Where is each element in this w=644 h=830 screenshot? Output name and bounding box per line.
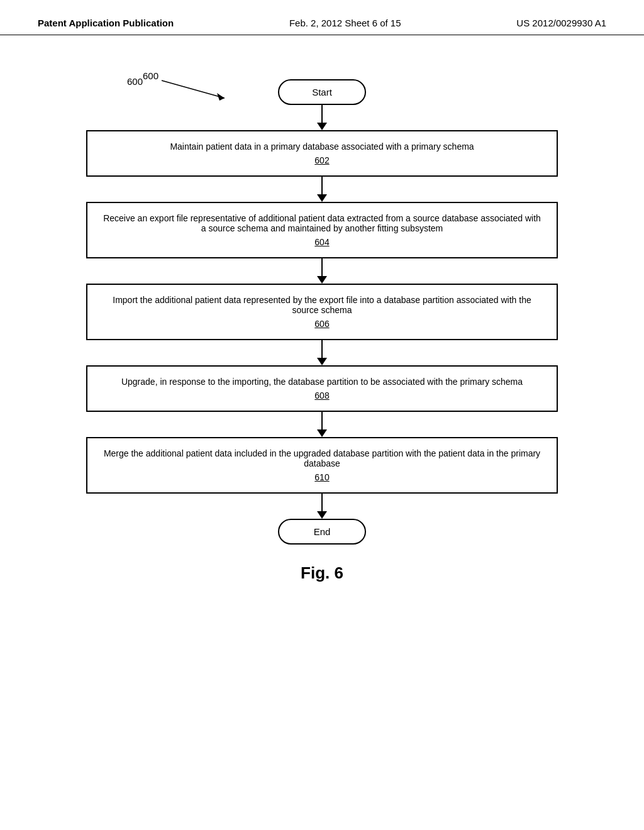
step-610-text: Merge the additional patient data includ… [103, 448, 541, 468]
publication-label: Patent Application Publication [38, 18, 174, 28]
figure-caption: Fig. 6 [301, 563, 343, 583]
step-602-number: 602 [314, 155, 329, 165]
step-604-text: Receive an export file representative of… [103, 213, 541, 233]
step-604-box: Receive an export file representative of… [86, 202, 558, 258]
end-node: End [278, 519, 366, 545]
arrow-to-start-svg: 600 [143, 68, 256, 106]
figure-caption-text: Fig. 6 [301, 563, 343, 582]
step-608-text: Upgrade, in response to the importing, t… [121, 377, 523, 387]
arrow-5 [317, 494, 327, 519]
arrow-3 [317, 340, 327, 365]
step-608-box: Upgrade, in response to the importing, t… [86, 365, 558, 412]
date-sheet-label: Feb. 2, 2012 Sheet 6 of 15 [289, 18, 401, 28]
step-604-number: 604 [314, 237, 329, 247]
step-610-number: 610 [314, 472, 329, 482]
step-608-number: 608 [314, 390, 329, 401]
arrow-0 [317, 105, 327, 130]
step-602-text: Maintain patient data in a primary datab… [170, 141, 474, 152]
end-label: End [314, 526, 331, 537]
svg-text:600: 600 [143, 70, 158, 81]
arrow-4 [317, 412, 327, 437]
page: Patent Application Publication Feb. 2, 2… [0, 0, 644, 830]
patent-number-label: US 2012/0029930 A1 [516, 18, 606, 28]
svg-line-1 [162, 80, 225, 98]
arrow-2 [317, 258, 327, 284]
flowchart: 600 600 Start Maintain patient data in a [50, 79, 594, 545]
step-606-text: Import the additional patient data repre… [103, 295, 541, 315]
start-label: Start [312, 87, 332, 97]
start-section: 600 600 Start [278, 79, 366, 105]
start-node: Start [278, 79, 366, 105]
arrow-1 [317, 177, 327, 202]
fig-number-label: 600 [127, 76, 143, 87]
step-606-box: Import the additional patient data repre… [86, 284, 558, 340]
step-606-number: 606 [314, 319, 329, 329]
page-header: Patent Application Publication Feb. 2, 2… [0, 0, 644, 35]
step-602-box: Maintain patient data in a primary datab… [86, 130, 558, 177]
diagram-area: 600 600 Start Maintain patient data in a [0, 35, 644, 608]
svg-marker-2 [217, 93, 225, 101]
step-610-box: Merge the additional patient data includ… [86, 437, 558, 494]
